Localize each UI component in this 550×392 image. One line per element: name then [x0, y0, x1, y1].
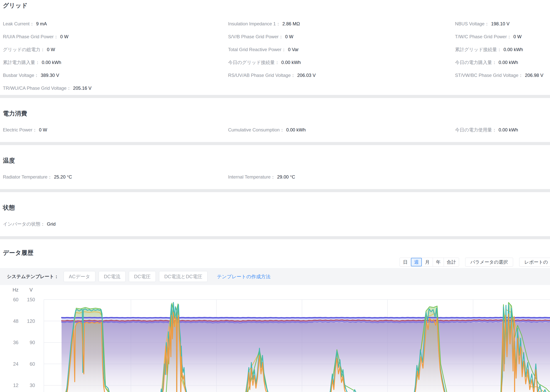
field-label: Internal Temperature：	[228, 174, 275, 180]
field-label: R/U/A Phase Grid Power：	[3, 34, 58, 40]
template-button-group: ACデータDC電流DC電圧DC電流とDC電圧	[64, 271, 211, 282]
svg-text:48: 48	[13, 318, 18, 324]
field-label: Insulation Impedance 1：	[228, 21, 280, 27]
section-title-power-consumption: 電力消費	[3, 110, 550, 118]
period-tab-year[interactable]: 年	[433, 258, 444, 266]
period-tab-total[interactable]: 合計	[444, 258, 459, 266]
field-label: インバータの状態：	[3, 221, 45, 227]
field-label: S/V/B Phase Grid Power：	[228, 34, 283, 40]
field-value: Grid	[47, 221, 56, 227]
field-value: 0.00 kWh	[281, 60, 301, 65]
field-row: S/V/B Phase Grid Power：0 W	[228, 30, 455, 43]
field-value: 0 W	[47, 47, 55, 52]
field-row: T/W/C Phase Grid Power：0 W	[455, 30, 550, 43]
field-row: 今日の電力購入量：0.00 kWh	[455, 56, 550, 69]
period-tab-group: 日週月年合計	[400, 258, 459, 266]
svg-text:V: V	[29, 287, 33, 293]
field-value: 0 W	[39, 127, 47, 133]
field-value: 2.86 MΩ	[282, 21, 300, 27]
chart-y-axis-ticks: HzV601504812036902460123000	[13, 287, 35, 392]
field-label: グリッドの総電力：	[3, 47, 45, 53]
section-separator	[0, 189, 550, 192]
field-row: Total Grid Reactive Power：0 Var	[228, 43, 455, 56]
field-value: 0.00 kWh	[503, 47, 523, 52]
field-row: Busbar Voltage：389.30 V	[3, 69, 228, 82]
section-title-grid: グリッド	[3, 1, 550, 10]
field-row: TR/WU/CA Phase Grid Voltage：205.16 V	[3, 82, 228, 95]
field-row: 累計電力購入量：0.00 kWh	[3, 56, 228, 69]
field-label: 累計グリッド接続量：	[455, 47, 501, 53]
template-button-dc-voltage[interactable]: DC電圧	[129, 271, 156, 282]
section-grid: グリッド Leak Current：9 mAR/U/A Phase Grid P…	[0, 0, 550, 95]
section-title-status: 状態	[3, 204, 550, 212]
field-row: Insulation Impedance 1：2.86 MΩ	[228, 17, 455, 30]
field-row: インバータの状態：Grid	[3, 217, 228, 230]
svg-text:150: 150	[27, 297, 35, 302]
field-value: 198.10 V	[491, 21, 509, 27]
field-value: 0.00 kWh	[499, 60, 518, 65]
period-tab-day[interactable]: 日	[400, 258, 411, 266]
field-value: 0.00 kWh	[499, 127, 518, 133]
field-value: 0.00 kWh	[286, 127, 306, 133]
field-row: Leak Current：9 mA	[3, 17, 228, 30]
template-button-dc-current-and-voltage[interactable]: DC電流とDC電圧	[159, 271, 207, 282]
template-button-dc-current[interactable]: DC電流	[99, 271, 126, 282]
field-row: グリッドの総電力：0 W	[3, 43, 228, 56]
svg-text:60: 60	[30, 361, 35, 367]
section-power-consumption: 電力消費 Electric Power：0 W Cumulative Consu…	[0, 98, 550, 142]
svg-text:36: 36	[13, 340, 18, 345]
field-label: T/W/C Phase Grid Power：	[455, 34, 511, 40]
history-chart: HzV601504812036902460123000	[0, 285, 550, 392]
section-title-temperature: 温度	[3, 157, 550, 165]
field-label: 今日のグリッド接続量：	[228, 59, 279, 65]
field-label: Total Grid Reactive Power：	[228, 47, 286, 53]
field-value: 206.98 V	[525, 73, 543, 78]
section-title-data-history: データ履歴	[3, 249, 550, 257]
field-row: RS/UV/AB Phase Grid Voltage：206.03 V	[228, 69, 455, 82]
field-row: 今日のグリッド接続量：0.00 kWh	[228, 56, 455, 69]
field-label: Cumulative Consumption：	[228, 127, 284, 133]
field-label: Radiator Temperature：	[3, 174, 52, 180]
svg-text:90: 90	[30, 340, 35, 345]
field-row: NBUS Voltage：198.10 V	[455, 17, 550, 30]
field-label: Leak Current：	[3, 21, 34, 27]
section-temperature: 温度 Radiator Temperature：25.20 °C Interna…	[0, 145, 550, 189]
inverter-device-data-page: グリッド Leak Current：9 mAR/U/A Phase Grid P…	[0, 0, 550, 392]
svg-text:12: 12	[13, 383, 18, 388]
template-button-ac-data[interactable]: ACデータ	[64, 271, 95, 282]
template-howto-link[interactable]: テンプレートの作成方法	[217, 273, 271, 280]
field-label: 累計電力購入量：	[3, 59, 40, 65]
period-tab-week[interactable]: 週	[411, 258, 422, 266]
field-label: Electric Power：	[3, 127, 37, 133]
export-report-button[interactable]: レポートの	[519, 258, 550, 266]
field-row: 今日の電力使用量：0.00 kWh	[455, 123, 550, 136]
field-label: ST/VW/BC Phase Grid Voltage：	[455, 72, 523, 78]
section-separator	[0, 236, 550, 239]
field-value: 29.00 °C	[277, 174, 295, 180]
select-parameters-button[interactable]: パラメータの選択	[465, 258, 513, 266]
field-value: 0 W	[285, 34, 293, 39]
chart-area-fills	[62, 302, 550, 392]
field-label: RS/UV/AB Phase Grid Voltage：	[228, 72, 295, 78]
field-value: 0.00 kWh	[42, 60, 61, 65]
svg-text:30: 30	[30, 383, 35, 388]
field-value: 206.03 V	[297, 73, 316, 78]
status-fields: インバータの状態：Grid	[3, 217, 550, 230]
section-data-history: データ履歴 日週月年合計 パラメータの選択 レポートの	[0, 239, 550, 268]
svg-text:24: 24	[13, 361, 18, 367]
series-line-frequency	[62, 317, 550, 318]
period-tab-month[interactable]: 月	[422, 258, 433, 266]
field-label: Busbar Voltage：	[3, 72, 39, 78]
section-separator	[0, 95, 550, 98]
svg-text:60: 60	[13, 297, 18, 302]
field-value: 0 Var	[288, 47, 299, 52]
field-value: 25.20 °C	[54, 174, 72, 180]
svg-text:Hz: Hz	[13, 287, 18, 293]
grid-fields: Leak Current：9 mAR/U/A Phase Grid Power：…	[3, 17, 550, 95]
history-chart-plot[interactable]: HzV601504812036902460123000	[0, 285, 550, 392]
data-history-header: データ履歴 日週月年合計 パラメータの選択 レポートの	[3, 249, 550, 268]
field-row: Radiator Temperature：25.20 °C	[3, 170, 228, 183]
field-label: 今日の電力使用量：	[455, 127, 497, 133]
field-value: 0 W	[513, 34, 521, 39]
field-label: TR/WU/CA Phase Grid Voltage：	[3, 85, 71, 91]
